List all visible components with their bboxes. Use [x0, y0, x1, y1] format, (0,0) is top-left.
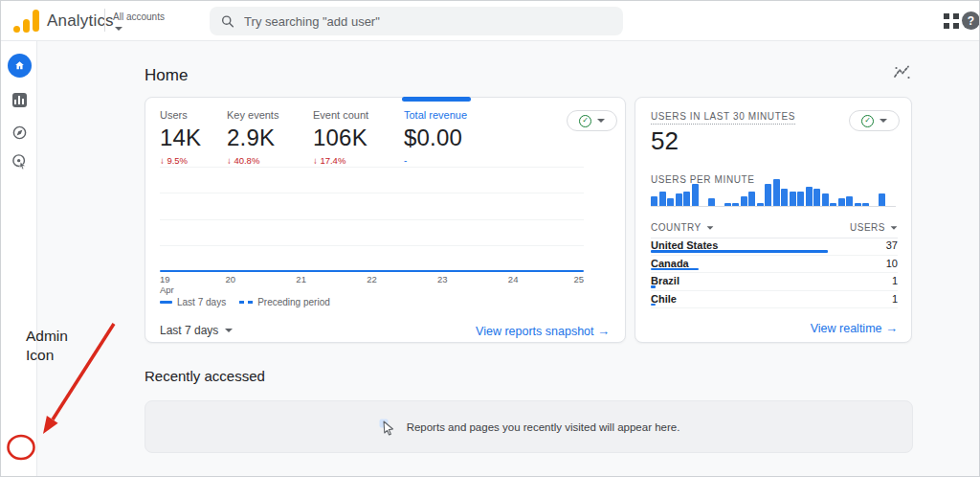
sidebar-item-home[interactable]: [1, 53, 37, 78]
sidebar-item-explore[interactable]: [1, 120, 37, 145]
chevron-down-icon: [225, 329, 233, 332]
country-users-value: 1: [892, 293, 898, 305]
chart-x-axis: 19 Apr202122232425: [160, 275, 584, 296]
metric-label: Key events: [227, 109, 278, 121]
per-minute-bar: [806, 187, 813, 206]
topbar-divider: [104, 9, 105, 32]
users-last-30min-value: 52: [651, 126, 679, 156]
realtime-title: USERS IN LAST 30 MINUTES: [651, 111, 795, 125]
apps-grid-icon[interactable]: [944, 13, 959, 29]
view-realtime-link[interactable]: View realtime →: [811, 321, 898, 335]
country-row: Chile1: [651, 291, 898, 309]
country-name: Chile: [651, 293, 677, 305]
realtime-card: USERS IN LAST 30 MINUTES ✓ 52 USERS PER …: [635, 97, 912, 343]
metric-tab-key-events[interactable]: Key events2.9K↓ 40.8%: [227, 109, 278, 166]
home-icon: [8, 54, 32, 78]
users-column-header[interactable]: USERS: [850, 222, 898, 233]
arrow-right-icon: →: [597, 324, 610, 338]
per-minute-bar: [708, 198, 715, 206]
x-axis-tick: 24: [508, 275, 519, 285]
per-minute-bar: [741, 196, 747, 206]
advertising-icon: [11, 153, 28, 170]
global-search[interactable]: [210, 7, 623, 35]
per-minute-bar: [781, 189, 788, 206]
chevron-down-icon: [891, 226, 898, 229]
view-reports-snapshot-link[interactable]: View reports snapshot →: [476, 324, 610, 338]
search-icon: [221, 14, 234, 29]
per-minute-bar: [822, 193, 829, 206]
per-minute-bar: [757, 203, 764, 206]
chevron-down-icon: [597, 119, 605, 123]
country-users-value: 37: [886, 239, 898, 251]
per-minute-bar: [790, 192, 796, 206]
date-range-selector[interactable]: Last 7 days: [160, 324, 233, 337]
country-bar: [651, 250, 828, 253]
analytics-logo-icon: [13, 10, 39, 33]
account-selector-label: All accounts: [113, 11, 165, 22]
country-column-header[interactable]: COUNTRY: [651, 222, 714, 233]
country-name: Canada: [651, 258, 689, 269]
x-axis-tick: 25: [573, 275, 584, 285]
per-minute-bar: [724, 203, 731, 206]
x-axis-tick: 22: [367, 275, 377, 285]
insights-sparkline-icon[interactable]: [892, 62, 915, 85]
recently-accessed-title: Recently accessed: [145, 368, 265, 384]
account-selector[interactable]: All accounts: [113, 7, 165, 31]
country-row: Brazil1: [651, 273, 898, 291]
realtime-country-table: United States37Canada10Brazil1Chile1: [651, 238, 898, 308]
sampling-status-pill[interactable]: ✓: [567, 110, 617, 131]
per-minute-bar: [659, 192, 666, 206]
chart-legend: Last 7 daysPreceding period: [160, 297, 330, 307]
per-minute-bar: [862, 203, 869, 206]
chart-series-line: [160, 270, 584, 272]
x-axis-tick: 20: [226, 275, 236, 285]
per-minute-bar: [846, 196, 853, 206]
realtime-table-header: COUNTRY USERS: [651, 222, 898, 238]
chevron-down-icon: [706, 226, 713, 229]
selected-metric-indicator: [402, 97, 471, 102]
sidebar-item-reports[interactable]: [1, 87, 37, 112]
legend-item: Preceding period: [239, 297, 330, 307]
revenue-line-chart: [160, 165, 584, 272]
sidebar-item-advertising[interactable]: [1, 148, 37, 173]
per-minute-bar: [838, 198, 845, 206]
per-minute-bar: [879, 193, 885, 206]
metric-label: Event count: [313, 109, 368, 121]
arrow-right-icon: →: [885, 321, 898, 335]
reports-icon: [12, 93, 27, 107]
metric-label: Total revenue: [404, 109, 467, 121]
legend-swatch-dashed: [239, 301, 253, 304]
country-users-value: 10: [886, 258, 898, 269]
per-minute-bar: [748, 192, 755, 206]
main-content: Home Users14K↓ 9.5%Key events2.9K↓ 40.8%…: [37, 41, 980, 477]
country-row: Canada10: [651, 256, 898, 274]
top-app-bar: Analytics All accounts ?: [1, 1, 980, 41]
page-title: Home: [145, 66, 188, 85]
overview-card: Users14K↓ 9.5%Key events2.9K↓ 40.8%Event…: [145, 97, 626, 343]
country-row: United States37: [651, 238, 898, 256]
per-minute-bar: [797, 192, 804, 206]
per-minute-bar: [765, 184, 771, 206]
x-axis-tick: 21: [296, 275, 306, 285]
explore-icon: [11, 125, 28, 141]
recently-accessed-empty-state: Reports and pages you recently visited w…: [145, 400, 913, 453]
help-icon[interactable]: ?: [962, 11, 980, 30]
country-users-value: 1: [892, 275, 898, 286]
per-minute-bar: [683, 192, 690, 206]
country-bar: [651, 285, 656, 288]
metric-tab-users[interactable]: Users14K↓ 9.5%: [160, 109, 201, 166]
per-minute-bar: [773, 179, 780, 206]
metric-value: 2.9K: [227, 125, 278, 151]
cursor-pointer-icon: [378, 418, 397, 437]
search-input[interactable]: [244, 14, 612, 29]
ga-home-screen: Analytics All accounts ?: [0, 0, 980, 477]
per-minute-bar: [732, 203, 739, 206]
legend-swatch-solid: [160, 301, 172, 304]
per-minute-bar: [830, 203, 836, 206]
chevron-down-icon: [115, 27, 122, 31]
metric-tab-total-revenue[interactable]: Total revenue$0.00-: [404, 109, 467, 166]
realtime-status-pill[interactable]: ✓: [849, 110, 900, 131]
metric-tab-event-count[interactable]: Event count106K↓ 17.4%: [313, 109, 368, 166]
metric-value: 106K: [313, 125, 368, 151]
metric-label: Users: [160, 109, 201, 121]
